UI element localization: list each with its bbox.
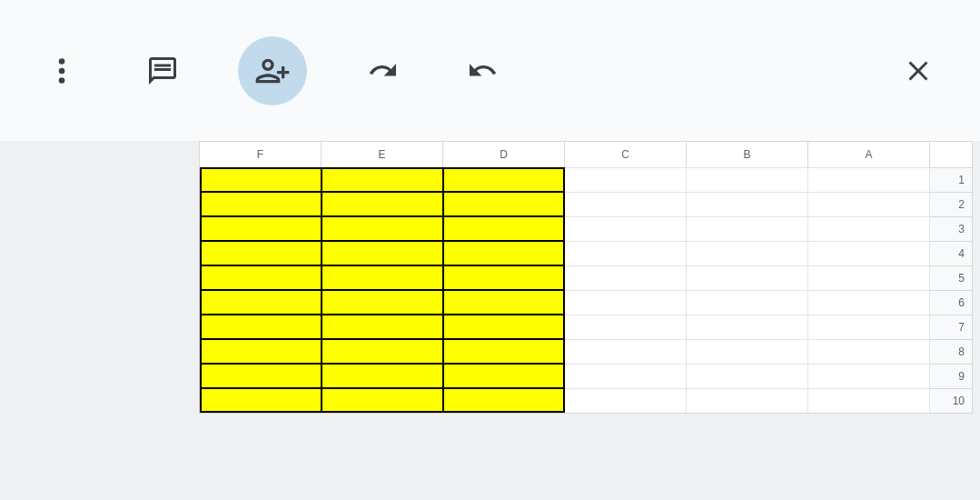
spreadsheet-grid[interactable]: F E D C B A 12345678910 <box>199 141 973 414</box>
cell[interactable] <box>322 192 443 216</box>
cell[interactable] <box>443 265 565 290</box>
cell[interactable] <box>322 290 443 315</box>
redo-button[interactable] <box>357 45 408 96</box>
table-row: 6 <box>200 290 972 315</box>
cell[interactable] <box>687 241 808 265</box>
row-header[interactable]: 6 <box>930 290 972 315</box>
row-header[interactable]: 5 <box>930 265 972 290</box>
column-header[interactable]: B <box>687 142 808 167</box>
cell[interactable] <box>200 364 322 388</box>
cell[interactable] <box>687 265 808 290</box>
add-person-button[interactable] <box>238 36 307 105</box>
cell[interactable] <box>200 315 322 339</box>
table-row: 3 <box>200 216 972 241</box>
cell[interactable] <box>808 364 930 388</box>
cell[interactable] <box>443 388 565 413</box>
cell[interactable] <box>322 241 443 265</box>
cell[interactable] <box>687 339 808 364</box>
table-row: 5 <box>200 265 972 290</box>
cell[interactable] <box>687 192 808 216</box>
cell[interactable] <box>322 315 443 339</box>
svg-point-1 <box>59 67 65 74</box>
cell[interactable] <box>565 339 687 364</box>
cell[interactable] <box>200 167 322 192</box>
cell[interactable] <box>200 241 322 265</box>
column-header[interactable]: A <box>808 142 930 167</box>
cell[interactable] <box>200 339 322 364</box>
cell[interactable] <box>808 241 930 265</box>
row-header[interactable]: 8 <box>930 339 972 364</box>
cell[interactable] <box>808 315 930 339</box>
column-header[interactable]: D <box>443 142 565 167</box>
cell[interactable] <box>687 216 808 241</box>
column-header[interactable]: C <box>565 142 687 167</box>
cell[interactable] <box>322 339 443 364</box>
cell[interactable] <box>565 167 687 192</box>
cell[interactable] <box>808 192 930 216</box>
table-row: 2 <box>200 192 972 216</box>
cell[interactable] <box>565 290 687 315</box>
cell[interactable] <box>322 167 443 192</box>
cell[interactable] <box>322 265 443 290</box>
close-button[interactable] <box>893 45 944 96</box>
cell[interactable] <box>687 388 808 413</box>
cell[interactable] <box>808 339 930 364</box>
cell[interactable] <box>808 167 930 192</box>
cell[interactable] <box>687 167 808 192</box>
row-header[interactable]: 3 <box>930 216 972 241</box>
table-row: 10 <box>200 388 972 413</box>
column-header-row: F E D C B A <box>200 142 972 167</box>
svg-point-0 <box>59 58 65 65</box>
table-row: 7 <box>200 315 972 339</box>
svg-point-2 <box>59 77 65 84</box>
cell[interactable] <box>443 167 565 192</box>
cell[interactable] <box>443 315 565 339</box>
cell[interactable] <box>443 364 565 388</box>
spreadsheet-area: F E D C B A 12345678910 <box>0 141 980 500</box>
cell[interactable] <box>200 265 322 290</box>
row-header[interactable]: 7 <box>930 315 972 339</box>
column-header[interactable]: E <box>322 142 443 167</box>
cell[interactable] <box>687 290 808 315</box>
cell[interactable] <box>808 388 930 413</box>
cell[interactable] <box>565 192 687 216</box>
comment-button[interactable] <box>137 45 188 96</box>
cell[interactable] <box>565 265 687 290</box>
toolbar-left-group <box>36 36 509 105</box>
column-header[interactable]: F <box>200 142 322 167</box>
cell[interactable] <box>322 388 443 413</box>
row-header[interactable]: 4 <box>930 241 972 265</box>
cell[interactable] <box>808 265 930 290</box>
cell[interactable] <box>200 388 322 413</box>
cell[interactable] <box>443 216 565 241</box>
cell[interactable] <box>322 216 443 241</box>
undo-button[interactable] <box>458 45 509 96</box>
cell[interactable] <box>443 241 565 265</box>
more-options-button[interactable] <box>36 45 87 96</box>
cell[interactable] <box>200 192 322 216</box>
person-add-icon <box>254 53 291 89</box>
cell[interactable] <box>808 216 930 241</box>
cell[interactable] <box>565 388 687 413</box>
cell[interactable] <box>565 315 687 339</box>
cell[interactable] <box>443 192 565 216</box>
cell[interactable] <box>687 315 808 339</box>
row-header[interactable]: 1 <box>930 167 972 192</box>
comment-icon <box>146 55 179 87</box>
row-header[interactable]: 2 <box>930 192 972 216</box>
cell[interactable] <box>565 241 687 265</box>
cell[interactable] <box>565 216 687 241</box>
cell[interactable] <box>808 290 930 315</box>
redo-icon <box>366 55 399 87</box>
close-icon <box>902 55 935 87</box>
cell[interactable] <box>200 290 322 315</box>
cell[interactable] <box>322 364 443 388</box>
cell[interactable] <box>565 364 687 388</box>
cell[interactable] <box>687 364 808 388</box>
corner-cell[interactable] <box>930 142 972 167</box>
cell[interactable] <box>443 290 565 315</box>
cell[interactable] <box>200 216 322 241</box>
row-header[interactable]: 9 <box>930 364 972 388</box>
cell[interactable] <box>443 339 565 364</box>
row-header[interactable]: 10 <box>930 388 972 413</box>
